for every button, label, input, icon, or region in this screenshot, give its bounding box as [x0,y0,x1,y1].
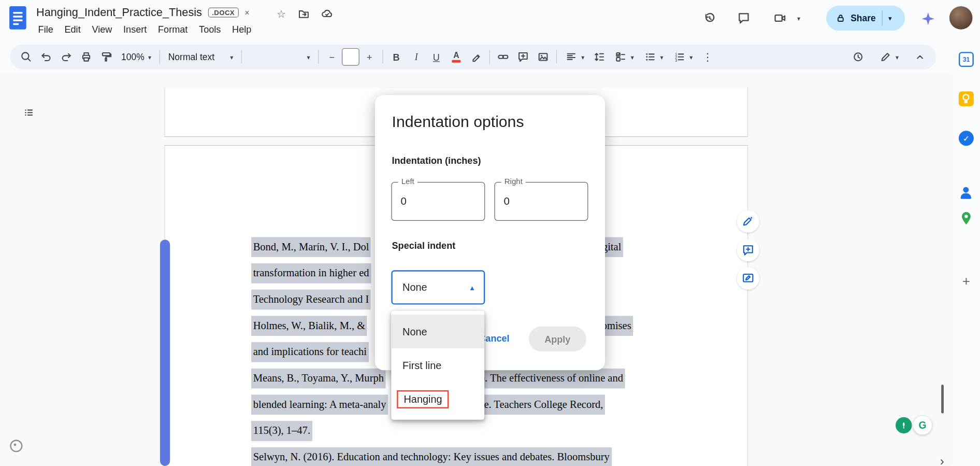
calendar-icon[interactable]: 31 [959,52,974,67]
insert-link-icon[interactable] [493,47,513,67]
share-button[interactable]: Share ▾ [826,6,905,31]
menu-format[interactable]: Format [152,22,193,36]
align-select[interactable]: ▾ [560,47,589,67]
chevron-down-icon: ▾ [307,53,310,60]
maps-icon[interactable] [959,211,974,226]
menu-help[interactable]: Help [226,22,257,36]
suggest-edits-icon[interactable] [737,267,759,289]
toolbar-divider [160,50,160,64]
toolbar-divider [556,50,557,64]
toolbar-divider [383,50,383,64]
special-indent-dropdown[interactable]: None ▲ [391,270,485,304]
add-addon-icon[interactable]: + [959,274,974,289]
search-menus-icon[interactable] [16,47,36,67]
top-bar: Hanging_Indent_Practice_Thesis .DOCX × ☆… [0,0,980,40]
comments-icon[interactable] [737,11,751,25]
font-family-select[interactable]: ▾ [245,47,315,67]
docs-logo-icon[interactable] [9,6,26,30]
lock-icon [835,12,846,24]
doc-text-fragment: transformation in higher ed [251,263,371,284]
document-outline-icon[interactable] [18,101,40,123]
doc-text-fragment: Technology Research and I [251,290,371,310]
decrease-font-size-icon[interactable]: − [322,47,342,67]
star-icon[interactable]: ☆ [275,7,287,20]
zoom-select[interactable]: 100%▾ [116,47,156,67]
indent-left-value[interactable]: 0 [392,195,407,207]
indent-right-field[interactable]: Right 0 [494,182,588,221]
chevron-right-icon[interactable]: › [940,454,944,466]
chevron-down-icon: ▾ [148,53,151,60]
docx-badge: .DOCX [208,7,238,17]
doc-line: Selwyn, N. (2016). Education and technol… [0,447,953,466]
vertical-scrollbar[interactable] [941,385,944,414]
toolbar-divider [241,50,242,64]
grammarly-icon[interactable]: G [913,416,932,434]
apply-button[interactable]: Apply [529,327,586,351]
chevron-down-icon: ▾ [896,53,899,60]
menu-option-none[interactable]: None [391,315,484,348]
gemini-icon[interactable] [920,11,935,26]
toolbar-divider [489,50,490,64]
menu-insert[interactable]: Insert [118,22,152,36]
line-spacing-icon[interactable] [589,47,610,67]
print-icon[interactable] [76,47,96,67]
clock-icon[interactable] [848,47,868,67]
bold-icon[interactable]: B [386,47,407,67]
bulleted-list-select[interactable]: ▾ [639,47,668,67]
help-me-write-icon[interactable] [737,210,759,232]
keep-icon[interactable] [959,91,974,106]
undo-icon[interactable] [36,47,56,67]
doc-text-fragment: Bond, M., Marín, V. I., Dol [251,237,371,257]
special-indent-menu: None First line Hanging [391,311,484,420]
svg-text:3: 3 [675,58,678,63]
menu-view[interactable]: View [87,22,118,36]
doc-text-fragment: Selwyn, N. (2016). Education and technol… [251,447,611,466]
more-options-icon[interactable]: ⋮ [698,47,718,67]
contacts-icon[interactable] [959,186,974,201]
doc-text-fragment: blended learning: A meta-analy [251,394,388,415]
redo-icon[interactable] [56,47,77,67]
checklist-select[interactable]: ▾ [610,47,639,67]
menu-option-hanging[interactable]: Hanging [391,382,484,416]
document-title-row: Hanging_Indent_Practice_Thesis .DOCX × [36,4,250,21]
paragraph-style-select[interactable]: Normal text▾ [163,47,238,67]
editing-mode-select[interactable]: ▾ [874,47,904,67]
increase-font-size-icon[interactable]: + [359,47,380,67]
highlight-color-icon[interactable] [466,47,486,67]
paint-format-icon[interactable] [96,47,117,67]
video-call-icon[interactable] [773,11,787,25]
workspace-side-panel: 31 ✓ + [953,40,980,466]
font-size-input[interactable] [342,48,359,66]
video-call-caret-icon[interactable]: ▾ [797,15,800,22]
cloud-status-icon[interactable] [321,7,333,20]
add-comment-icon[interactable] [513,47,534,67]
indent-right-value[interactable]: 0 [495,195,510,207]
version-history-icon[interactable] [702,11,716,25]
grammarly-tone-icon[interactable] [896,417,912,433]
account-avatar[interactable] [949,6,973,30]
italic-icon[interactable]: I [406,47,426,67]
share-caret-icon[interactable]: ▾ [888,14,892,22]
document-title[interactable]: Hanging_Indent_Practice_Thesis [36,6,202,19]
menu-option-first-line[interactable]: First line [391,348,484,382]
dialog-title: Indentation options [392,112,524,131]
menu-edit[interactable]: Edit [59,22,87,36]
hanging-option-annotation[interactable]: Hanging [397,390,449,408]
insert-image-icon[interactable] [533,47,553,67]
menu-file[interactable]: File [33,22,59,36]
text-color-icon[interactable]: A [446,47,467,67]
selection-scroll-indicator[interactable] [160,239,170,466]
add-comment-margin-icon[interactable] [737,239,759,261]
close-icon[interactable]: × [244,8,249,17]
indent-left-field[interactable]: Left 0 [391,182,485,221]
doc-text-fragment: Holmes, W., Bialik, M., & [251,316,367,336]
doc-line: 115(3), 1–47. [0,421,953,441]
dropdown-value: None [393,281,427,293]
collapse-toolbar-icon[interactable] [910,47,930,67]
tasks-icon[interactable]: ✓ [959,131,974,146]
accessibility-icon[interactable] [10,440,22,452]
underline-icon[interactable]: U [426,47,446,67]
numbered-list-select[interactable]: 123 ▾ [668,47,698,67]
menu-tools[interactable]: Tools [193,22,226,36]
move-folder-icon[interactable] [297,7,310,20]
